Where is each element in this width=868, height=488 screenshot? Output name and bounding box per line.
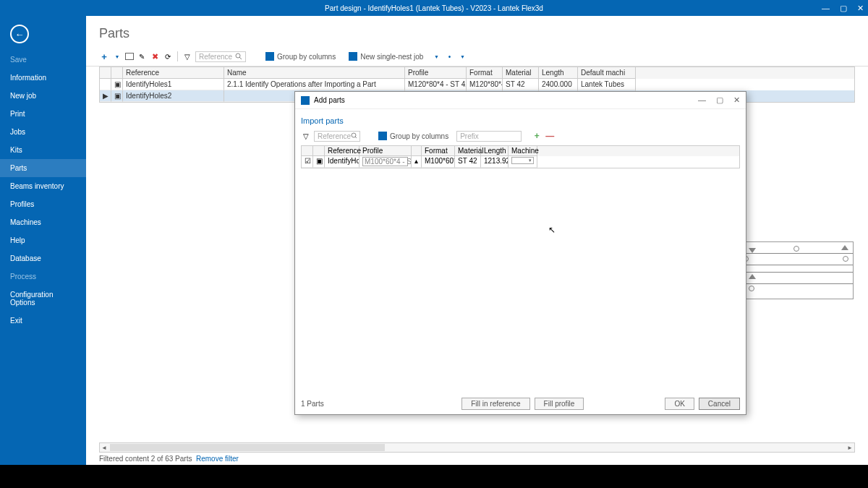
column-header[interactable] bbox=[313, 146, 325, 156]
main-toolbar: + ▼ ✎ ✖ ⟳ ▽ Reference Group by columns bbox=[86, 47, 868, 67]
dropdown-arrow-icon[interactable]: ▼ bbox=[112, 51, 122, 61]
dialog-maximize-button[interactable]: ▢ bbox=[716, 95, 723, 105]
back-button[interactable]: ← bbox=[10, 25, 29, 43]
new-nest-job-button[interactable]: New single-nest job bbox=[344, 50, 428, 63]
dialog-minimize-button[interactable]: — bbox=[698, 95, 706, 105]
dialog-filter-icon[interactable]: ▽ bbox=[301, 131, 311, 141]
extra-dropdown-icon[interactable]: ▼ bbox=[457, 51, 467, 61]
column-header[interactable]: Length bbox=[539, 67, 578, 79]
search-input[interactable]: Reference bbox=[195, 51, 246, 62]
profile-cell[interactable]: M100*60*4 - ST 42 bbox=[359, 156, 412, 168]
table-cell: ST 42 bbox=[503, 79, 539, 90]
table-cell: IdentifyHoles1 bbox=[123, 79, 224, 90]
table-cell: 2400.000 bbox=[539, 79, 578, 90]
sidebar-item-database[interactable]: Database bbox=[0, 249, 86, 267]
table-cell bbox=[100, 79, 111, 90]
sidebar-item-save[interactable]: Save bbox=[0, 51, 86, 69]
parts-count: 1 Parts bbox=[301, 400, 324, 408]
row-icon[interactable]: ▣ bbox=[313, 156, 325, 168]
search-icon bbox=[351, 132, 357, 140]
extra-icon[interactable]: • bbox=[444, 51, 454, 61]
column-header[interactable]: Material bbox=[503, 67, 539, 79]
sidebar-item-help[interactable]: Help bbox=[0, 231, 86, 249]
column-header[interactable]: Format bbox=[467, 67, 503, 79]
column-header[interactable]: Format bbox=[422, 146, 455, 156]
filter-icon[interactable]: ▽ bbox=[182, 51, 192, 61]
nest-icon bbox=[349, 52, 357, 61]
column-header[interactable] bbox=[100, 67, 111, 79]
dialog-remove-row-button[interactable]: — bbox=[545, 131, 555, 141]
app-title: Part design - IdentifyHoles1 (Lantek Tub… bbox=[325, 4, 543, 12]
table-cell: 2.1.1 Identify Operations after Importin… bbox=[224, 79, 405, 90]
sidebar-item-exit[interactable]: Exit bbox=[0, 312, 86, 330]
dialog-add-row-button[interactable]: + bbox=[532, 131, 542, 141]
fill-reference-button[interactable]: Fill in reference bbox=[461, 398, 529, 410]
nest-dropdown-icon[interactable]: ▼ bbox=[431, 51, 441, 61]
sidebar-item-jobs[interactable]: Jobs bbox=[0, 123, 86, 141]
table-cell: ▣ bbox=[111, 79, 123, 90]
reference-cell[interactable]: IdentifyHoles bbox=[325, 156, 359, 168]
sidebar-item-profiles[interactable]: Profiles bbox=[0, 195, 86, 213]
column-header[interactable] bbox=[302, 146, 313, 156]
ok-button[interactable]: OK bbox=[665, 398, 694, 410]
row-checkbox[interactable]: ☑ bbox=[302, 156, 313, 168]
cancel-button[interactable]: Cancel bbox=[699, 398, 740, 410]
page-title: Parts bbox=[86, 16, 868, 47]
edit-icon[interactable]: ✎ bbox=[137, 51, 147, 61]
table-cell: IdentifyHoles2 bbox=[123, 90, 224, 102]
machine-cell[interactable]: ▾ bbox=[509, 156, 537, 168]
sidebar-item-kits[interactable]: Kits bbox=[0, 141, 86, 159]
column-header[interactable]: Name bbox=[224, 67, 405, 79]
horizontal-scrollbar[interactable]: ◄ ► bbox=[99, 442, 855, 453]
column-header[interactable] bbox=[412, 146, 422, 156]
column-header[interactable]: Reference bbox=[123, 67, 224, 79]
dialog-group-button[interactable]: Group by columns bbox=[373, 129, 454, 142]
part-preview bbox=[738, 241, 854, 299]
dialog-icon bbox=[301, 96, 310, 105]
import-table: ReferenceProfileFormatMaterialLengthMach… bbox=[301, 145, 740, 168]
maximize-button[interactable]: ▢ bbox=[840, 4, 847, 13]
scroll-right-icon[interactable]: ► bbox=[846, 445, 854, 451]
group-icon bbox=[265, 52, 274, 61]
add-button[interactable]: + bbox=[99, 51, 109, 61]
sidebar: ← SaveInformationNew jobPrintJobsKitsPar… bbox=[0, 16, 86, 465]
format-cell: M100*60*4 bbox=[422, 156, 455, 168]
delete-button[interactable]: ✖ bbox=[150, 51, 160, 61]
remove-filter-link[interactable]: Remove filter bbox=[196, 455, 239, 463]
refresh-icon[interactable]: ⟳ bbox=[163, 51, 173, 61]
dialog-close-button[interactable]: ✕ bbox=[733, 95, 740, 105]
import-parts-heading: Import parts bbox=[301, 116, 740, 125]
status-bar: Filtered content 2 of 63 Parts Remove fi… bbox=[86, 453, 868, 465]
sidebar-item-process[interactable]: Process bbox=[0, 267, 86, 286]
column-header[interactable]: Machine bbox=[509, 146, 537, 156]
prefix-input[interactable]: Prefix bbox=[456, 131, 522, 142]
svg-line-1 bbox=[239, 57, 242, 59]
sidebar-item-configuration-options[interactable]: Configuration Options bbox=[0, 286, 86, 312]
list-icon[interactable] bbox=[125, 53, 134, 60]
minimize-button[interactable]: — bbox=[822, 4, 830, 13]
table-row[interactable]: ▣IdentifyHoles12.1.1 Identify Operations… bbox=[100, 79, 854, 90]
length-cell[interactable]: 1213.920 bbox=[481, 156, 509, 168]
sidebar-item-beams-inventory[interactable]: Beams inventory bbox=[0, 177, 86, 195]
sidebar-item-print[interactable]: Print bbox=[0, 105, 86, 123]
dialog-search-input[interactable]: Reference bbox=[314, 131, 360, 142]
column-header[interactable] bbox=[111, 67, 123, 79]
column-header[interactable]: Material bbox=[455, 146, 481, 156]
column-header[interactable]: Reference bbox=[325, 146, 359, 156]
profile-dropdown[interactable]: ▴ bbox=[412, 156, 422, 168]
close-button[interactable]: ✕ bbox=[857, 4, 864, 13]
sidebar-item-machines[interactable]: Machines bbox=[0, 213, 86, 231]
column-header[interactable]: Profile bbox=[359, 146, 412, 156]
column-header[interactable]: Length bbox=[481, 146, 509, 156]
fill-profile-button[interactable]: Fill profile bbox=[535, 398, 584, 410]
table-cell: M120*80*4 - ST 42 bbox=[405, 79, 467, 90]
scroll-left-icon[interactable]: ◄ bbox=[100, 445, 109, 451]
sidebar-item-new-job[interactable]: New job bbox=[0, 87, 86, 105]
column-header[interactable]: Profile bbox=[405, 67, 467, 79]
sidebar-item-information[interactable]: Information bbox=[0, 69, 86, 87]
sidebar-item-parts[interactable]: Parts bbox=[0, 159, 86, 177]
svg-line-3 bbox=[355, 137, 357, 139]
group-by-columns-button[interactable]: Group by columns bbox=[260, 50, 341, 63]
column-header[interactable]: Default machi bbox=[578, 67, 636, 79]
table-cell: M120*80*4 bbox=[467, 79, 503, 90]
